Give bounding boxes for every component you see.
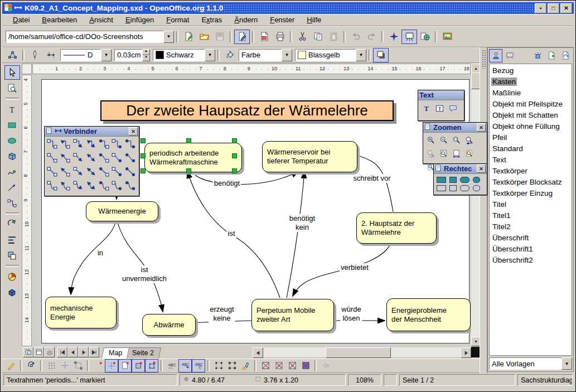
title-bar[interactable]: K09.2_A1_Concept_Mapping.sxd - OpenOffic… (2, 2, 574, 14)
text-frame-icon[interactable]: T (433, 101, 446, 115)
selection-handle[interactable] (141, 168, 146, 173)
panel-splitter[interactable] (480, 47, 487, 384)
connector-type-icon[interactable] (59, 152, 72, 166)
style-item[interactable]: Kasten (491, 76, 572, 88)
menu-datei[interactable]: Datei (7, 14, 36, 25)
fill-color-select[interactable]: Blassgelb ▼ (295, 49, 366, 61)
snap-grid-icon[interactable] (91, 359, 105, 372)
text-icon[interactable]: T (419, 101, 433, 115)
update-style-icon[interactable] (559, 49, 572, 62)
connector-type-icon[interactable] (72, 138, 85, 152)
filled-rectangle-icon[interactable] (437, 177, 446, 183)
select-tool[interactable] (4, 65, 20, 80)
line-color-select[interactable]: Schwarz ▼ (153, 49, 215, 61)
rectangle-tool[interactable] (4, 118, 20, 132)
stylist-toggle-icon[interactable] (401, 30, 417, 44)
menu-extras[interactable]: Extras (195, 14, 228, 25)
style-item[interactable]: Objekt mit Schatten (491, 110, 572, 121)
line-color-dropdown[interactable]: ▼ (205, 49, 215, 61)
insert-tool[interactable] (4, 269, 20, 284)
horizontal-scrollbar[interactable] (263, 347, 461, 357)
connector-type-icon[interactable] (59, 180, 72, 193)
zoom-page-icon[interactable] (437, 147, 450, 160)
style-item[interactable]: Standard (491, 143, 572, 154)
connector-type-icon[interactable] (85, 152, 98, 166)
node-energie[interactable]: Wärmeenergie (86, 201, 158, 221)
node-perpetuum[interactable]: Perpetuum Mobile zweiter Art (251, 299, 334, 331)
connector-type-icon[interactable] (124, 152, 137, 166)
close-icon[interactable]: ✕ (477, 164, 486, 173)
connector-type-icon[interactable] (46, 152, 59, 166)
close-icon[interactable]: ✕ (477, 123, 486, 132)
cut-icon[interactable] (294, 30, 310, 44)
connector-type-icon[interactable] (46, 166, 59, 180)
connector-type-icon[interactable] (111, 138, 124, 152)
new-document-icon[interactable] (181, 30, 196, 44)
snap-to-frame-icon[interactable] (132, 359, 145, 372)
verbinder-palette-titlebar[interactable]: Verbinder ✕ (45, 127, 139, 137)
contour-placeholder-icon[interactable] (272, 359, 285, 372)
connector-type-icon[interactable] (98, 138, 111, 152)
paste-icon[interactable] (326, 30, 341, 44)
drawing-canvas[interactable]: Der zweite Haupsatz der Wärmelehre perio… (32, 75, 471, 346)
edit-points-icon[interactable] (4, 48, 20, 62)
pin-icon[interactable] (55, 127, 62, 136)
graphics-styles-icon[interactable] (489, 49, 502, 62)
edge-label-verbietet[interactable]: verbietet (340, 263, 370, 272)
effects3d-tool[interactable] (4, 285, 20, 299)
edge-label-unvermeidlich[interactable]: ist unvermeidlich (121, 265, 168, 283)
menu-fenster[interactable]: Fenster (264, 14, 301, 25)
text-palette-titlebar[interactable]: Text (418, 90, 464, 100)
horizontal-scroll-thumb[interactable] (326, 347, 391, 358)
ellipse-tool[interactable] (4, 133, 20, 148)
style-item[interactable]: Titel (491, 199, 572, 210)
zoom-in-icon[interactable] (424, 133, 437, 147)
filled-rounded-rectangle-icon[interactable] (460, 177, 469, 183)
text-placeholder-icon[interactable] (285, 359, 299, 372)
style-item[interactable]: Objekt mit Pfeilspitze (491, 99, 572, 110)
last-page-button[interactable] (89, 347, 99, 357)
connector-type-icon[interactable] (85, 166, 98, 180)
style-list[interactable]: BezugKastenMaßlinieObjekt mit Pfeilspitz… (489, 64, 572, 356)
snap-to-lines-icon[interactable] (105, 359, 118, 372)
node-reservoir[interactable]: Wärmereservoir bei tieferer Temperatur (262, 141, 357, 172)
mode-master-icon[interactable] (33, 347, 44, 357)
url-dropdown-button[interactable]: ▼ (163, 31, 174, 43)
connector-type-icon[interactable] (72, 180, 85, 193)
vertical-scrollbar[interactable]: ▲ ▼ (471, 64, 480, 346)
next-page-button[interactable] (78, 347, 89, 357)
connector-type-icon[interactable] (98, 152, 111, 166)
menu-einfgen[interactable]: Einfügen (119, 14, 160, 25)
window-pin-icon[interactable] (14, 3, 22, 13)
filled-rounded-square-icon[interactable] (473, 177, 480, 183)
connector-type-icon[interactable] (85, 138, 98, 152)
connector-type-icon[interactable] (111, 166, 124, 180)
save-icon[interactable] (212, 30, 228, 44)
fill-dialog-icon[interactable] (222, 48, 238, 62)
style-item[interactable]: Überschrift1 (491, 244, 572, 255)
horizontal-ruler[interactable]: 123456789101112131415161718 (32, 64, 471, 74)
menu-ndern[interactable]: Ändern (228, 14, 264, 25)
grid-visible-icon[interactable] (45, 359, 58, 372)
hscroll-left-button[interactable] (253, 347, 263, 358)
quick-edit-icon[interactable]: ABC (165, 359, 178, 372)
shadow-toggle-icon[interactable] (373, 48, 389, 62)
export-pdf-icon[interactable] (256, 30, 272, 44)
connector-type-icon[interactable] (85, 180, 98, 193)
hscroll-right-button[interactable] (461, 347, 471, 358)
fill-type-select[interactable]: Farbe ▼ (239, 49, 292, 61)
selection-handle[interactable] (232, 138, 237, 143)
connector-type-icon[interactable] (111, 152, 124, 166)
gallery-icon[interactable] (439, 30, 455, 44)
menu-bearbeiten[interactable]: Bearbeiten (36, 14, 83, 25)
edge-label-wuerde-loesen[interactable]: würde lösen (340, 305, 362, 323)
picture-placeholder-icon[interactable] (259, 359, 272, 372)
style-item[interactable]: Überschrift (491, 233, 572, 244)
connector-type-icon[interactable] (124, 180, 137, 193)
line-style-dropdown[interactable]: ▼ (101, 49, 112, 61)
connector-type-icon[interactable] (124, 166, 137, 180)
rounded-square-outline-icon[interactable] (473, 185, 480, 191)
style-item[interactable]: Textkörper Blocksatz (491, 177, 572, 188)
map-title-box[interactable]: Der zweite Haupsatz der Wärmelehre (100, 100, 394, 121)
selection-handle[interactable] (232, 168, 237, 173)
